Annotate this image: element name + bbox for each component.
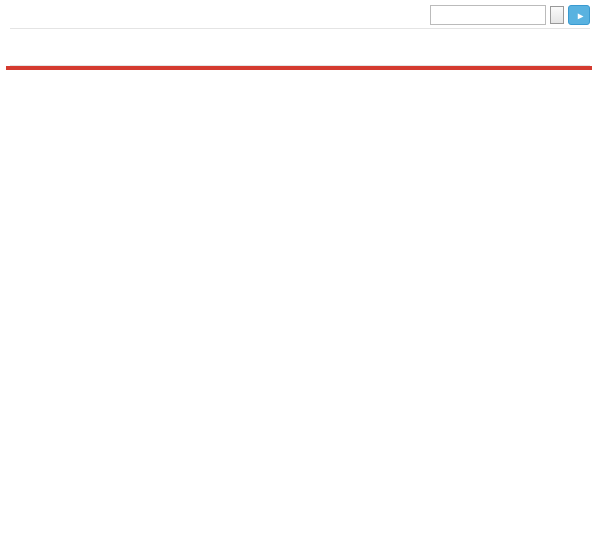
map-button[interactable]: ▸ — [568, 5, 590, 25]
permission-table — [10, 57, 590, 66]
highlight-overlay — [6, 66, 592, 70]
search-input[interactable] — [430, 5, 546, 25]
breadcrumb — [10, 9, 13, 21]
search-button[interactable] — [550, 6, 564, 24]
